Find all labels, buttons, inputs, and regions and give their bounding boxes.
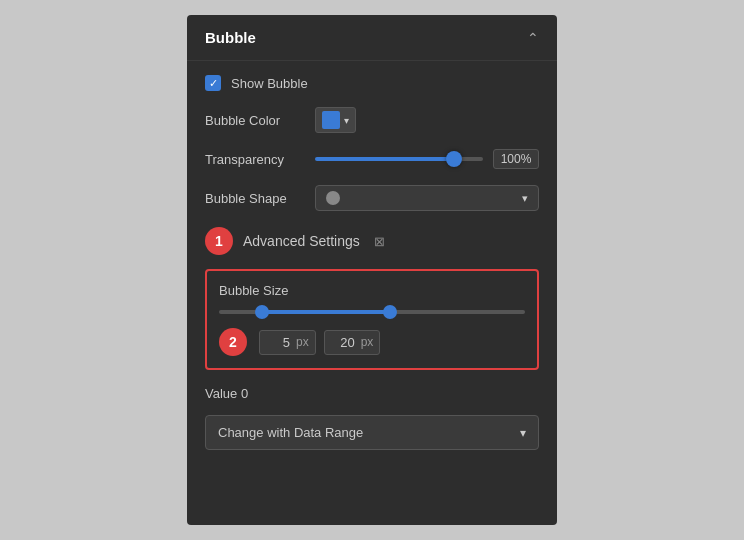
transparency-value: 100% [493, 149, 539, 169]
badge-1: 1 [205, 227, 233, 255]
external-link-icon[interactable]: ⊠ [374, 234, 385, 249]
transparency-label: Transparency [205, 152, 315, 167]
data-range-dropdown[interactable]: Change with Data Range ▾ [205, 415, 539, 450]
transparency-slider-track[interactable] [315, 157, 483, 161]
range-thumb-right[interactable] [383, 305, 397, 319]
bubble-shape-arrow-icon: ▾ [522, 192, 528, 205]
show-bubble-row: ✓ Show Bubble [205, 75, 539, 91]
value-row: Value 0 [205, 386, 539, 401]
color-swatch [322, 111, 340, 129]
bubble-shape-label: Bubble Shape [205, 191, 315, 206]
color-arrow-icon: ▾ [344, 115, 349, 126]
bubble-shape-dropdown[interactable]: ▾ [315, 185, 539, 211]
shape-circle-icon [326, 191, 340, 205]
bubble-size-slider[interactable] [219, 310, 525, 314]
bubble-shape-row: Bubble Shape ▾ [205, 185, 539, 211]
range-thumb-left[interactable] [255, 305, 269, 319]
range-fill [262, 310, 391, 314]
bubble-color-button[interactable]: ▾ [315, 107, 356, 133]
advanced-settings-row: 1 Advanced Settings ⊠ [205, 227, 539, 255]
bubble-color-label: Bubble Color [205, 113, 315, 128]
transparency-row: Transparency 100% [205, 149, 539, 169]
max-unit-label: px [361, 331, 380, 353]
badge-2: 2 [219, 328, 247, 356]
max-value-group: px [324, 330, 381, 355]
advanced-settings-label: Advanced Settings [243, 233, 360, 249]
data-range-label: Change with Data Range [218, 425, 363, 440]
show-bubble-label: Show Bubble [231, 76, 308, 91]
panel-header: Bubble ⌃ [187, 15, 557, 61]
min-unit-label: px [296, 331, 315, 353]
collapse-icon[interactable]: ⌃ [527, 30, 539, 46]
panel-body: ✓ Show Bubble Bubble Color ▾ Transparenc… [187, 61, 557, 464]
bubble-panel: Bubble ⌃ ✓ Show Bubble Bubble Color ▾ Tr… [187, 15, 557, 525]
show-bubble-checkbox[interactable]: ✓ [205, 75, 221, 91]
bubble-color-row: Bubble Color ▾ [205, 107, 539, 133]
transparency-slider-container: 100% [315, 149, 539, 169]
bubble-size-inputs-row: 2 px px [219, 328, 525, 356]
panel-title: Bubble [205, 29, 256, 46]
min-value-group: px [259, 330, 316, 355]
min-value-input[interactable] [260, 331, 296, 354]
data-range-arrow-icon: ▾ [520, 426, 526, 440]
bubble-size-label: Bubble Size [219, 283, 525, 298]
max-value-input[interactable] [325, 331, 361, 354]
transparency-slider-thumb[interactable] [446, 151, 462, 167]
bubble-size-section: Bubble Size 2 px px [205, 269, 539, 370]
check-icon: ✓ [209, 77, 218, 90]
